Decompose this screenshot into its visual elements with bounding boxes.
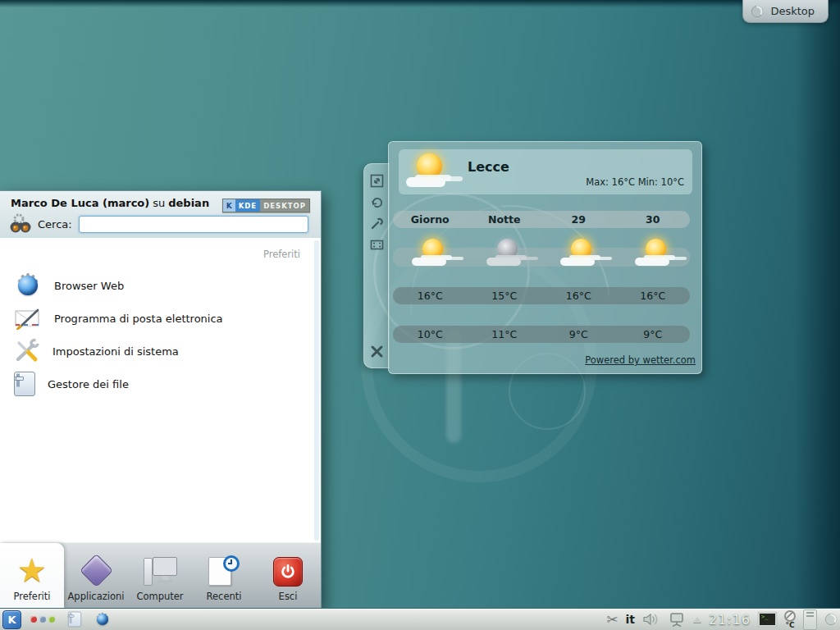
weather-widget: Lecce Max: 16°C Min: 10°C Giorno Notte 2… [388, 141, 702, 374]
keyboard-layout-indicator[interactable]: it [625, 613, 635, 626]
menu-item-label: Programma di posta elettronica [54, 313, 223, 325]
kickoff-tab-bar: ★ Preferiti Applicazioni Computer Recent… [0, 542, 321, 608]
tab-preferiti[interactable]: ★ Preferiti [0, 543, 64, 608]
high-temp: 15°C [468, 287, 542, 304]
taskbar-panel: K ⚙ ✂ it 21:16 >_ °C [0, 608, 840, 630]
tab-applicazioni[interactable]: Applicazioni [64, 543, 128, 608]
pager-widget[interactable] [803, 609, 817, 630]
search-input[interactable] [79, 216, 308, 233]
file-manager-taskbar-icon[interactable] [68, 612, 81, 628]
menu-item-browser-web[interactable]: ⚙ Browser Web [0, 269, 313, 302]
low-temp: 9°C [616, 326, 691, 343]
weather-city: Lecce [468, 159, 509, 175]
weather-applet-handle[interactable] [363, 163, 390, 368]
weather-column-headers: Giorno Notte 29 30 [393, 211, 690, 228]
weather-low-temps: 10°C 11°C 9°C 9°C [393, 326, 690, 343]
maximize-icon[interactable] [370, 238, 384, 252]
file-manager-icon [14, 372, 35, 396]
web-browser-icon: ⚙ [14, 272, 42, 299]
sun-cloud-icon [405, 153, 450, 192]
weather-high-temps: 16°C 15°C 16°C 16°C [393, 287, 690, 304]
favorites-section-label: Preferiti [263, 249, 300, 260]
computer-icon [142, 555, 178, 587]
low-temp: 9°C [541, 326, 616, 343]
low-temp: 10°C [393, 326, 468, 343]
applications-icon [79, 554, 112, 587]
kde-desktop-badge: K KDE DESKTOP [222, 199, 310, 212]
rotate-icon[interactable] [370, 195, 384, 209]
weather-col-label: Giorno [393, 211, 468, 228]
weather-credit-link[interactable]: Powered by wetter.com [585, 354, 696, 366]
user-name: Marco De Luca (marco) [11, 197, 149, 209]
network-monitor-icon[interactable] [668, 612, 686, 628]
menu-item-label: Gestore dei file [48, 378, 129, 390]
menu-item-system-settings[interactable]: Impostazioni di sistema [0, 335, 313, 368]
kickoff-header: Marco De Luca (marco)sudebian K KDE DESK… [0, 191, 321, 239]
scrollbar[interactable] [314, 240, 319, 541]
kickoff-menu: Marco De Luca (marco)sudebian K KDE DESK… [0, 190, 322, 609]
resize-icon[interactable] [370, 174, 384, 188]
high-temp: 16°C [393, 287, 468, 304]
weather-col-label: Notte [468, 211, 542, 228]
terminal-tray-icon[interactable]: >_ [758, 612, 777, 627]
menu-item-label: Browser Web [54, 280, 124, 292]
cashew-icon [751, 5, 764, 18]
tab-recenti[interactable]: Recenti [192, 543, 256, 608]
volume-icon[interactable] [642, 612, 660, 627]
digital-clock[interactable]: 21:16 [709, 612, 751, 628]
search-binoculars-icon [8, 213, 33, 235]
weather-condition-icons [393, 248, 690, 267]
moon-cloud-icon [486, 238, 523, 271]
weather-header: Lecce Max: 16°C Min: 10°C [399, 149, 692, 194]
weather-col-label: 30 [616, 211, 691, 228]
high-temp: 16°C [616, 287, 691, 304]
sun-cloud-icon [634, 238, 672, 271]
weather-tray-icon[interactable]: °C [784, 610, 796, 629]
mail-client-icon [14, 307, 42, 330]
search-row: Cerca: [8, 213, 308, 235]
desktop-toolbox-label: Desktop [770, 5, 815, 17]
panel-cashew-icon[interactable] [824, 613, 838, 626]
tab-computer[interactable]: Computer [128, 543, 192, 608]
high-temp: 16°C [541, 287, 616, 304]
power-icon [273, 557, 303, 587]
menu-item-file-manager[interactable]: Gestore dei file [0, 368, 313, 400]
star-icon: ★ [17, 554, 47, 587]
search-label: Cerca: [38, 218, 72, 231]
kickoff-user-title: Marco De Luca (marco)sudebian [11, 197, 209, 209]
wrench-icon[interactable] [370, 217, 384, 231]
kde-menu-launcher-button[interactable]: K [2, 610, 21, 629]
desktop-toolbox[interactable]: Desktop [742, 0, 829, 23]
close-icon[interactable] [369, 344, 385, 359]
activity-dots[interactable] [30, 616, 55, 623]
tab-esci[interactable]: Esci [256, 543, 320, 608]
sun-cloud-icon [411, 238, 449, 271]
menu-item-label: Impostazioni di sistema [52, 345, 179, 358]
sun-cloud-icon [559, 238, 597, 271]
host-name: debian [168, 197, 209, 209]
systray-expand-arrow-icon[interactable] [693, 617, 701, 623]
system-settings-icon [14, 338, 40, 364]
web-browser-taskbar-icon[interactable]: ⚙ [94, 611, 111, 628]
menu-item-mail-client[interactable]: Programma di posta elettronica [0, 302, 313, 335]
kde-logo-icon: K [223, 199, 235, 212]
recent-documents-icon [208, 555, 240, 587]
weather-max-min: Max: 16°C Min: 10°C [586, 176, 684, 188]
weather-col-label: 29 [541, 211, 616, 228]
title-connector: su [153, 197, 165, 209]
klipper-scissors-icon[interactable]: ✂ [606, 613, 618, 627]
kickoff-favorites-view: Preferiti ⚙ Browser Web [0, 238, 321, 543]
low-temp: 11°C [468, 326, 542, 343]
